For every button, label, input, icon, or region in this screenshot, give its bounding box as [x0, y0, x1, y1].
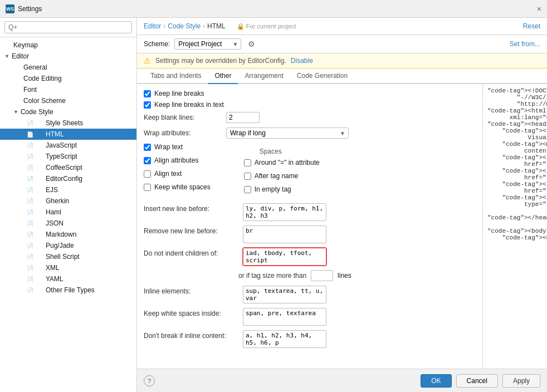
wrap-attributes-row: Wrap attributes: Wrap if long ▼ — [144, 128, 476, 139]
wrap-attributes-select-wrapper: Wrap if long ▼ — [226, 128, 349, 139]
keep-line-breaks-text-checkbox[interactable] — [144, 101, 151, 109]
sidebar-tree: Keymap▼EditorGeneralCode EditingFontColo… — [0, 37, 136, 392]
dont-break-textarea[interactable]: a, h1, h2, h3, h4, h5, h6, p — [243, 330, 326, 348]
sidebar-item-pug-jade[interactable]: 📄Pug/Jade — [0, 240, 136, 251]
sidebar-item-yaml[interactable]: 📄YAML — [0, 273, 136, 285]
sidebar-item-other-file-types[interactable]: 📄Other File Types — [0, 285, 136, 296]
wrap-spaces-section: Wrap text Align attributes Align text — [144, 143, 476, 201]
page-icon-style-sheets: 📄 — [27, 120, 33, 126]
keep-blank-lines-input[interactable] — [226, 112, 260, 123]
tab-code-generation[interactable]: Code Generation — [290, 68, 354, 84]
remove-new-line-label: Remove new line before: — [144, 226, 238, 235]
align-text-checkbox[interactable] — [144, 170, 151, 178]
spaces-section: Spaces Around "=" in attribute After tag… — [222, 148, 320, 197]
reset-button[interactable]: Reset — [523, 22, 540, 35]
sidebar-item-label-general: General — [23, 63, 47, 71]
keep-white-spaces-row: Keep white spaces — [144, 183, 211, 191]
page-icon-typescript: 📄 — [27, 154, 33, 160]
sidebar-item-general[interactable]: General — [0, 62, 136, 73]
keep-white-spaces-inside-row: Keep white spaces inside: span, pre, tex… — [144, 308, 476, 326]
sidebar-item-javascript[interactable]: 📄JavaScript — [0, 140, 136, 151]
page-icon-editorconfig: 📄 — [27, 176, 33, 182]
around-equals-checkbox[interactable] — [244, 159, 251, 166]
sidebar-item-html[interactable]: 📄HTML — [0, 129, 136, 140]
after-tag-name-checkbox[interactable] — [244, 173, 251, 180]
tag-size-prefix: or if tag size more than — [238, 272, 306, 280]
insert-new-line-label: Insert new line before: — [144, 203, 238, 213]
keep-white-spaces-checkbox[interactable] — [144, 184, 151, 191]
wrap-text-checkbox[interactable] — [144, 144, 151, 151]
title-bar-title: Settings — [18, 5, 42, 13]
sidebar-item-color-scheme[interactable]: Color Scheme — [0, 95, 136, 106]
do-not-indent-textarea[interactable]: iad, tbody, tfoot, script — [243, 248, 326, 266]
page-icon-ejs: 📄 — [27, 187, 33, 193]
inline-elements-label: Inline elements: — [144, 286, 238, 295]
align-text-label: Align text — [154, 170, 182, 178]
sidebar-item-ejs[interactable]: 📄EJS — [0, 184, 136, 195]
insert-new-line-textarea[interactable]: ly, div, p, form, h1, h2, h3 — [243, 203, 326, 221]
keep-line-breaks-text-row: Keep line breaks in text — [144, 101, 476, 109]
breadcrumb-code-style[interactable]: Code Style — [168, 22, 201, 30]
scheme-select[interactable]: Project Project — [174, 38, 241, 50]
remove-new-line-textarea[interactable]: br — [243, 226, 326, 243]
keep-white-spaces-inside-label: Keep white spaces inside: — [144, 308, 238, 317]
title-bar-left: WS Settings — [6, 4, 42, 13]
page-icon-shell-script: 📄 — [27, 254, 33, 260]
sidebar-item-markdown[interactable]: 📄Markdown — [0, 229, 136, 240]
content-header: Editor › Code Style › HTML 🔒 For current… — [137, 18, 547, 35]
sidebar-item-coffeescript[interactable]: 📄CoffeeScript — [0, 162, 136, 173]
breadcrumb-editor[interactable]: Editor — [144, 22, 161, 30]
align-text-row: Align text — [144, 170, 211, 178]
wrap-attributes-select[interactable]: Wrap if long — [226, 128, 349, 139]
set-from-link[interactable]: Set from... — [510, 40, 540, 48]
sidebar-item-label-code-style: Code Style — [21, 108, 53, 116]
sidebar-item-label-gherkin: Gherkin — [46, 197, 69, 205]
tag-size-input[interactable] — [311, 270, 333, 281]
search-input[interactable] — [4, 21, 132, 33]
sidebar-item-code-editing[interactable]: Code Editing — [0, 73, 136, 84]
disable-link[interactable]: Disable — [291, 57, 313, 65]
sidebar-item-label-yaml: YAML — [46, 275, 64, 283]
project-link[interactable]: 🔒 For current project — [237, 23, 296, 30]
app-icon: WS — [6, 4, 14, 13]
in-empty-tag-checkbox[interactable] — [244, 186, 251, 193]
ok-button[interactable]: OK — [421, 374, 451, 388]
tab-other[interactable]: Other — [208, 68, 238, 84]
inline-elements-textarea[interactable]: sup, textarea, tt, u, var — [243, 286, 326, 303]
cancel-button[interactable]: Cancel — [456, 374, 498, 388]
sidebar-item-label-pug-jade: Pug/Jade — [46, 242, 74, 249]
sidebar-item-keymap[interactable]: Keymap — [0, 40, 136, 51]
sidebar-item-json[interactable]: 📄JSON — [0, 218, 136, 229]
sidebar-item-style-sheets[interactable]: 📄Style Sheets — [0, 117, 136, 129]
page-icon-coffeescript: 📄 — [27, 165, 33, 171]
breadcrumb-sep1: › — [163, 22, 165, 30]
sidebar-item-label-editor: Editor — [12, 52, 29, 60]
sidebar-item-label-typescript: TypeScript — [46, 153, 77, 160]
tab-arrangement[interactable]: Arrangement — [238, 68, 290, 84]
sidebar-item-shell-script[interactable]: 📄Shell Script — [0, 251, 136, 262]
in-empty-tag-label: In empty tag — [255, 185, 291, 193]
sidebar-item-typescript[interactable]: 📄TypeScript — [0, 151, 136, 162]
sidebar-item-haml[interactable]: 📄Haml — [0, 207, 136, 218]
tree-arrow-editor: ▼ — [4, 53, 9, 59]
tabs-row: Tabs and IndentsOtherArrangementCode Gen… — [137, 68, 547, 84]
keep-white-spaces-inside-textarea[interactable]: span, pre, textarea — [243, 308, 326, 326]
help-button[interactable]: ? — [144, 375, 155, 386]
sidebar: Keymap▼EditorGeneralCode EditingFontColo… — [0, 18, 137, 392]
page-icon-pug-jade: 📄 — [27, 243, 33, 249]
sidebar-item-code-style[interactable]: ▼Code Style — [0, 106, 136, 117]
tab-tabs-indents[interactable]: Tabs and Indents — [144, 68, 208, 84]
sidebar-item-gherkin[interactable]: 📄Gherkin — [0, 195, 136, 207]
tree-arrow-code-style: ▼ — [13, 109, 18, 115]
close-button[interactable]: × — [537, 4, 541, 13]
sidebar-item-editorconfig[interactable]: 📄EditorConfig — [0, 173, 136, 184]
gear-button[interactable]: ⚙ — [248, 40, 255, 48]
dont-break-label: Don't break if inline content: — [144, 330, 238, 340]
sidebar-item-font[interactable]: Font — [0, 84, 136, 95]
sidebar-item-editor[interactable]: ▼Editor — [0, 51, 136, 62]
sidebar-item-xml[interactable]: 📄XML — [0, 262, 136, 273]
apply-button[interactable]: Apply — [502, 374, 540, 388]
align-attributes-checkbox[interactable] — [144, 157, 151, 164]
keep-line-breaks-checkbox[interactable] — [144, 90, 151, 97]
sidebar-item-label-color-scheme: Color Scheme — [23, 97, 66, 105]
